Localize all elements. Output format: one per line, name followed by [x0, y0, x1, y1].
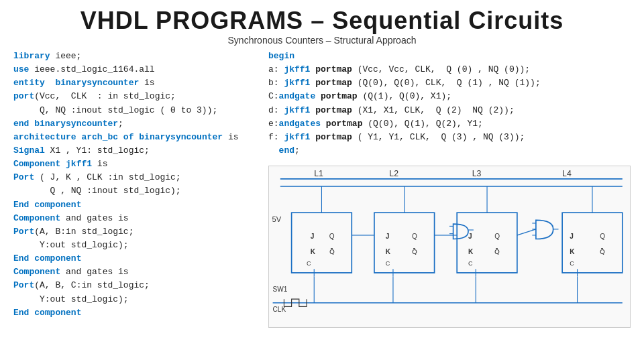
svg-text:L2: L2: [389, 170, 398, 179]
svg-text:J: J: [311, 233, 315, 241]
svg-text:Q̄: Q̄: [329, 248, 335, 255]
svg-text:C: C: [570, 260, 574, 267]
svg-text:Q: Q: [600, 233, 605, 241]
svg-text:J: J: [386, 233, 390, 241]
subtitle: Synchronous Counters – Structural Approa…: [0, 35, 644, 46]
left-code-block: library ieee;use ieee.std_logic_1164.all…: [13, 50, 262, 328]
svg-text:Q: Q: [412, 233, 417, 241]
svg-text:J: J: [570, 233, 574, 241]
right-code-block: begina: jkff1 portmap (Vcc, Vcc, CLK, Q …: [268, 50, 631, 158]
svg-text:Q̄: Q̄: [494, 248, 500, 255]
svg-text:K: K: [468, 248, 474, 255]
svg-text:L4: L4: [562, 170, 572, 179]
svg-text:C: C: [468, 260, 473, 267]
svg-text:L1: L1: [314, 170, 323, 179]
svg-text:L3: L3: [472, 170, 482, 179]
svg-text:C: C: [386, 260, 390, 267]
svg-text:K: K: [570, 248, 575, 255]
svg-text:J: J: [468, 233, 472, 241]
svg-rect-0: [269, 168, 630, 325]
page-title: VHDL PROGRAMS – Sequential Circuits: [0, 0, 644, 35]
svg-text:Q̄: Q̄: [412, 248, 417, 255]
svg-text:SW1: SW1: [273, 286, 288, 293]
svg-text:K: K: [386, 248, 391, 255]
circuit-diagram: L1 L2 L3 L4 5V J K Q Q̄ C: [268, 166, 631, 327]
svg-text:C: C: [307, 260, 311, 267]
svg-text:K: K: [311, 248, 316, 255]
svg-text:Q̄: Q̄: [600, 248, 605, 255]
svg-text:5V: 5V: [272, 215, 281, 223]
svg-text:Q: Q: [329, 233, 335, 241]
svg-text:Q: Q: [494, 233, 500, 241]
